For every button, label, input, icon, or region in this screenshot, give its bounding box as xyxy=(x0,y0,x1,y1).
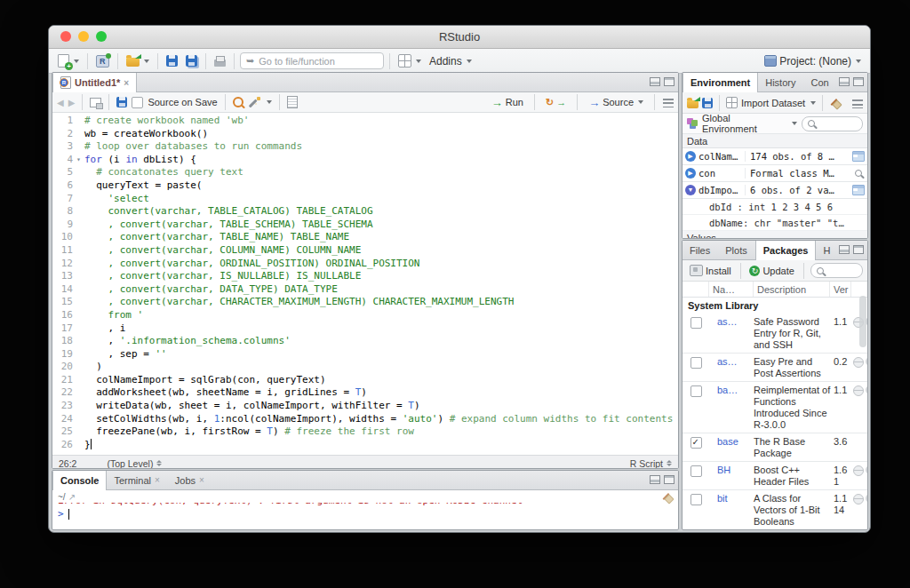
update-button[interactable]: ↻ Update xyxy=(746,264,796,278)
open-in-new-window-icon[interactable] xyxy=(90,98,101,107)
tab-terminal[interactable]: Terminal× xyxy=(107,471,167,489)
close-window-icon[interactable] xyxy=(60,31,71,42)
forward-icon[interactable]: ▶ xyxy=(68,98,76,107)
goto-directory-icon[interactable]: ↗ xyxy=(68,492,76,502)
code-line[interactable]: 25 freezePane(wb, i, firstRow = T) # fre… xyxy=(52,425,678,439)
code-line[interactable]: 9 , convert(varchar, TABLE_SCHEMA) TABLE… xyxy=(52,219,678,232)
code-line[interactable]: 22 addWorksheet(wb, sheetName = i, gridL… xyxy=(52,386,678,400)
package-name-link[interactable]: bit xyxy=(709,493,754,528)
tab-console[interactable]: Console xyxy=(52,471,107,490)
package-homepage-icon[interactable] xyxy=(853,494,864,505)
minimize-pane-icon[interactable] xyxy=(650,77,660,86)
tab-files[interactable]: Files xyxy=(682,241,718,259)
header-version[interactable]: Ver xyxy=(830,282,851,297)
print-button[interactable] xyxy=(212,53,228,68)
back-icon[interactable]: ◀ xyxy=(57,98,64,107)
minimize-pane-icon[interactable] xyxy=(839,245,850,254)
maximize-pane-icon[interactable] xyxy=(664,77,675,86)
view-table-icon[interactable] xyxy=(852,185,865,195)
save-workspace-icon[interactable] xyxy=(702,98,713,108)
scope-selector[interactable]: (Top Level) xyxy=(107,458,162,469)
load-workspace-icon[interactable] xyxy=(687,100,698,108)
package-checkbox[interactable] xyxy=(690,385,702,397)
new-file-button[interactable] xyxy=(55,52,82,69)
save-icon[interactable] xyxy=(116,97,127,107)
environment-search-input[interactable] xyxy=(802,116,863,131)
packages-search-input[interactable] xyxy=(810,263,863,278)
package-checkbox[interactable] xyxy=(690,357,702,369)
package-row[interactable]: as…Safe Password Entry for R, Git, and S… xyxy=(682,314,867,354)
tab-history[interactable]: History xyxy=(758,73,803,91)
compile-report-icon[interactable] xyxy=(287,96,298,108)
package-homepage-icon[interactable] xyxy=(853,385,864,396)
tab-plots[interactable]: Plots xyxy=(718,241,754,259)
file-type-selector[interactable]: R Script xyxy=(630,458,672,469)
code-line[interactable]: 4▾for (i in dbList) { xyxy=(52,154,678,167)
document-outline-icon[interactable] xyxy=(663,99,674,107)
environment-object-row[interactable]: ▼dbImpo…6 obs. of 2 va… xyxy=(682,182,867,199)
minimize-pane-icon[interactable] xyxy=(650,475,660,484)
code-line[interactable]: 18 , '.information_schema.columns' xyxy=(52,335,678,348)
clear-console-icon[interactable] xyxy=(661,491,673,503)
source-on-save-checkbox[interactable] xyxy=(132,97,143,108)
code-line[interactable]: 17 , i xyxy=(52,322,678,336)
maximize-pane-icon[interactable] xyxy=(664,475,675,484)
scrollbar-thumb[interactable] xyxy=(859,296,866,347)
open-file-button[interactable] xyxy=(124,53,152,68)
package-row[interactable]: bitA Class for Vectors of 1-Bit Booleans… xyxy=(682,490,867,530)
fold-arrow-icon[interactable]: ▾ xyxy=(73,154,84,167)
code-line[interactable]: 2wb = createWorkbook() xyxy=(52,128,678,141)
package-checkbox[interactable] xyxy=(690,317,702,329)
tab-untitled1[interactable]: Untitled1* × xyxy=(52,73,137,92)
code-editor[interactable]: 1# create workbook named 'wb'2wb = creat… xyxy=(52,113,678,455)
run-button[interactable]: →Run xyxy=(489,95,526,110)
header-description[interactable]: Description xyxy=(754,282,830,297)
code-line[interactable]: 11 , convert(varchar, COLUMN_NAME) COLUM… xyxy=(52,244,678,258)
remove-package-icon[interactable]: × xyxy=(866,465,868,474)
code-line[interactable]: 13 , convert(varchar, IS_NULLABLE) IS_NU… xyxy=(52,270,678,283)
package-name-link[interactable]: ba… xyxy=(709,385,754,431)
code-line[interactable]: 5 # concatonates query text xyxy=(52,166,678,179)
save-button[interactable] xyxy=(164,53,180,68)
close-tab-icon[interactable]: × xyxy=(124,78,129,88)
code-line[interactable]: 10 , convert(varchar, TABLE_NAME) TABLE_… xyxy=(52,231,678,244)
rerun-button[interactable]: ↻→ xyxy=(543,95,569,110)
code-line[interactable]: 14 , convert(varchar, DATA_TYPE) DATA_TY… xyxy=(52,283,678,297)
code-line[interactable]: 24 setColWidths(wb, i, 1:ncol(colNameImp… xyxy=(52,413,678,426)
pane-layout-button[interactable] xyxy=(395,52,424,69)
save-all-button[interactable] xyxy=(183,53,200,68)
package-checkbox[interactable] xyxy=(690,437,702,449)
code-line[interactable]: 6 queryText = paste( xyxy=(52,179,678,193)
code-line[interactable]: 20 ) xyxy=(52,361,678,374)
code-line[interactable]: 3# loop over databases to run commands xyxy=(52,140,678,154)
maximize-pane-icon[interactable] xyxy=(853,77,864,86)
expand-icon[interactable]: ▶ xyxy=(685,168,696,179)
collapse-icon[interactable]: ▼ xyxy=(685,185,696,195)
minimize-window-icon[interactable] xyxy=(78,31,89,42)
remove-package-icon[interactable]: × xyxy=(866,385,868,394)
package-checkbox[interactable] xyxy=(690,494,702,505)
package-row[interactable]: ba…Reimplementat of Functions Introduced… xyxy=(682,382,867,433)
addins-menu[interactable]: Addins xyxy=(427,53,475,69)
inspect-object-icon[interactable] xyxy=(855,170,862,177)
code-line[interactable]: 12 , convert(varchar, ORDINAL_POSITION) … xyxy=(52,258,678,271)
list-view-icon[interactable] xyxy=(852,99,863,108)
zoom-window-icon[interactable] xyxy=(96,31,107,42)
code-line[interactable]: 23 writeData(wb, sheet = i, colNameImpor… xyxy=(52,400,678,413)
remove-package-icon[interactable]: × xyxy=(866,494,868,503)
package-name-link[interactable]: as… xyxy=(709,356,754,379)
remove-package-icon[interactable]: × xyxy=(866,357,868,366)
view-table-icon[interactable] xyxy=(852,151,865,162)
package-row[interactable]: BHBoost C++ Header Files1.6 1× xyxy=(682,462,867,490)
code-line[interactable]: 16 from ' xyxy=(52,309,678,322)
tab-con[interactable]: Con xyxy=(803,73,836,91)
minimize-pane-icon[interactable] xyxy=(839,77,850,86)
code-line[interactable]: 26} xyxy=(52,439,678,452)
package-row[interactable]: baseThe R Base Package3.6 xyxy=(682,433,867,462)
source-button[interactable]: →Source xyxy=(586,95,646,110)
header-name[interactable]: Na… xyxy=(709,282,754,297)
code-line[interactable]: 21 colNameImport = sqlGrab(con, queryTex… xyxy=(52,374,678,387)
code-line[interactable]: 8 convert(varchar, TABLE_CATALOG) TABLE_… xyxy=(52,205,678,219)
package-name-link[interactable]: as… xyxy=(709,316,754,351)
environment-object-row[interactable]: ▶conFormal class M… xyxy=(682,165,867,182)
